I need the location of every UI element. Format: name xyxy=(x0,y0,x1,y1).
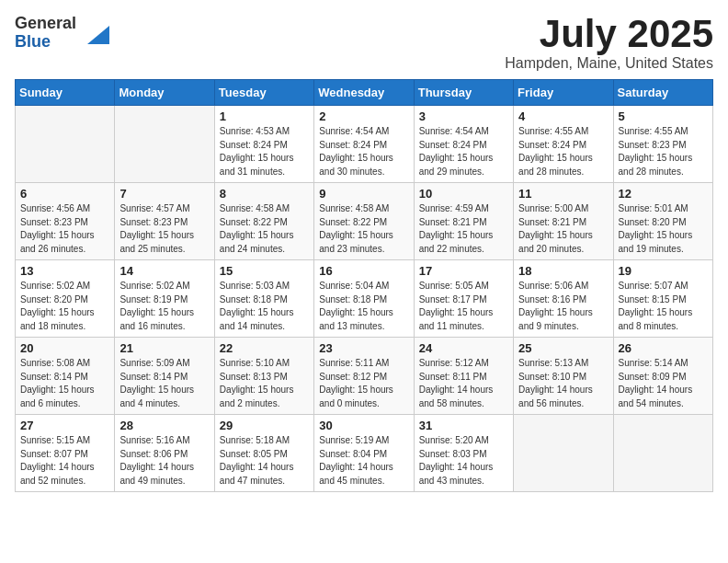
calendar-cell: 12Sunrise: 5:01 AM Sunset: 8:20 PM Dayli… xyxy=(613,183,712,260)
day-detail: Sunrise: 4:55 AM Sunset: 8:23 PM Dayligh… xyxy=(619,125,708,178)
day-detail: Sunrise: 4:56 AM Sunset: 8:23 PM Dayligh… xyxy=(20,202,109,256)
calendar-cell: 5Sunrise: 4:55 AM Sunset: 8:23 PM Daylig… xyxy=(613,106,712,183)
svg-marker-0 xyxy=(87,26,109,44)
day-number: 10 xyxy=(419,187,508,201)
calendar-cell: 14Sunrise: 5:02 AM Sunset: 8:19 PM Dayli… xyxy=(115,260,214,338)
page-header: General Blue July 2025 Hampden, Maine, U… xyxy=(15,15,713,72)
day-detail: Sunrise: 4:54 AM Sunset: 8:24 PM Dayligh… xyxy=(319,125,408,178)
day-number: 29 xyxy=(220,419,309,432)
calendar-cell: 19Sunrise: 5:07 AM Sunset: 8:15 PM Dayli… xyxy=(613,260,712,338)
day-detail: Sunrise: 4:53 AM Sunset: 8:24 PM Dayligh… xyxy=(220,125,309,178)
day-number: 9 xyxy=(319,187,408,201)
month-year-title: July 2025 xyxy=(505,15,713,53)
day-number: 13 xyxy=(20,264,109,278)
calendar-header-saturday: Saturday xyxy=(613,80,712,106)
day-detail: Sunrise: 5:18 AM Sunset: 8:05 PM Dayligh… xyxy=(220,434,309,488)
day-number: 5 xyxy=(619,109,708,123)
logo: General Blue xyxy=(15,15,109,52)
logo-blue-text: Blue xyxy=(15,33,76,52)
calendar-cell: 22Sunrise: 5:10 AM Sunset: 8:13 PM Dayli… xyxy=(214,338,313,415)
day-number: 26 xyxy=(619,341,708,355)
day-number: 15 xyxy=(220,264,309,278)
calendar-cell: 27Sunrise: 5:15 AM Sunset: 8:07 PM Dayli… xyxy=(16,415,115,492)
day-detail: Sunrise: 5:11 AM Sunset: 8:12 PM Dayligh… xyxy=(319,357,408,410)
day-number: 1 xyxy=(220,109,309,123)
calendar-cell: 10Sunrise: 4:59 AM Sunset: 8:21 PM Dayli… xyxy=(414,183,513,260)
day-detail: Sunrise: 5:01 AM Sunset: 8:20 PM Dayligh… xyxy=(619,202,708,256)
day-detail: Sunrise: 5:09 AM Sunset: 8:14 PM Dayligh… xyxy=(119,357,209,410)
day-number: 24 xyxy=(419,341,508,355)
calendar-header-monday: Monday xyxy=(115,80,214,106)
day-detail: Sunrise: 5:03 AM Sunset: 8:18 PM Dayligh… xyxy=(220,280,309,333)
calendar-cell: 28Sunrise: 5:16 AM Sunset: 8:06 PM Dayli… xyxy=(115,415,214,492)
day-number: 16 xyxy=(319,264,408,278)
day-detail: Sunrise: 5:20 AM Sunset: 8:03 PM Dayligh… xyxy=(419,434,508,488)
day-detail: Sunrise: 5:00 AM Sunset: 8:21 PM Dayligh… xyxy=(518,202,608,256)
calendar-week-row: 6Sunrise: 4:56 AM Sunset: 8:23 PM Daylig… xyxy=(16,183,713,260)
calendar-table: SundayMondayTuesdayWednesdayThursdayFrid… xyxy=(15,79,713,492)
calendar-cell: 6Sunrise: 4:56 AM Sunset: 8:23 PM Daylig… xyxy=(16,183,115,260)
calendar-cell: 16Sunrise: 5:04 AM Sunset: 8:18 PM Dayli… xyxy=(314,260,414,338)
calendar-header-row: SundayMondayTuesdayWednesdayThursdayFrid… xyxy=(16,80,713,106)
calendar-cell: 2Sunrise: 4:54 AM Sunset: 8:24 PM Daylig… xyxy=(314,106,414,183)
calendar-cell: 24Sunrise: 5:12 AM Sunset: 8:11 PM Dayli… xyxy=(414,338,513,415)
day-number: 4 xyxy=(518,109,608,123)
calendar-cell: 3Sunrise: 4:54 AM Sunset: 8:24 PM Daylig… xyxy=(414,106,513,183)
day-number: 2 xyxy=(319,109,408,123)
day-detail: Sunrise: 4:58 AM Sunset: 8:22 PM Dayligh… xyxy=(220,202,309,256)
calendar-week-row: 20Sunrise: 5:08 AM Sunset: 8:14 PM Dayli… xyxy=(16,338,713,415)
day-detail: Sunrise: 5:14 AM Sunset: 8:09 PM Dayligh… xyxy=(619,357,708,410)
calendar-cell xyxy=(613,415,712,492)
day-number: 21 xyxy=(119,341,209,355)
day-number: 30 xyxy=(319,419,408,432)
day-detail: Sunrise: 5:10 AM Sunset: 8:13 PM Dayligh… xyxy=(220,357,309,410)
calendar-cell: 25Sunrise: 5:13 AM Sunset: 8:10 PM Dayli… xyxy=(514,338,613,415)
day-number: 12 xyxy=(619,187,708,201)
day-number: 25 xyxy=(518,341,608,355)
day-detail: Sunrise: 5:13 AM Sunset: 8:10 PM Dayligh… xyxy=(518,357,608,410)
day-detail: Sunrise: 4:59 AM Sunset: 8:21 PM Dayligh… xyxy=(419,202,508,256)
calendar-cell: 17Sunrise: 5:05 AM Sunset: 8:17 PM Dayli… xyxy=(414,260,513,338)
calendar-cell: 31Sunrise: 5:20 AM Sunset: 8:03 PM Dayli… xyxy=(414,415,513,492)
day-number: 23 xyxy=(319,341,408,355)
calendar-week-row: 13Sunrise: 5:02 AM Sunset: 8:20 PM Dayli… xyxy=(16,260,713,338)
day-number: 6 xyxy=(20,187,109,201)
day-number: 14 xyxy=(119,264,209,278)
day-number: 22 xyxy=(220,341,309,355)
calendar-header-tuesday: Tuesday xyxy=(214,80,313,106)
calendar-cell: 4Sunrise: 4:55 AM Sunset: 8:24 PM Daylig… xyxy=(514,106,613,183)
day-number: 31 xyxy=(419,419,508,432)
day-number: 28 xyxy=(119,419,209,432)
calendar-header-sunday: Sunday xyxy=(16,80,115,106)
calendar-cell xyxy=(115,106,214,183)
calendar-cell: 20Sunrise: 5:08 AM Sunset: 8:14 PM Dayli… xyxy=(16,338,115,415)
calendar-cell: 11Sunrise: 5:00 AM Sunset: 8:21 PM Dayli… xyxy=(514,183,613,260)
day-detail: Sunrise: 5:16 AM Sunset: 8:06 PM Dayligh… xyxy=(119,434,209,488)
calendar-header-wednesday: Wednesday xyxy=(314,80,414,106)
logo-general-text: General xyxy=(15,15,76,33)
day-number: 18 xyxy=(518,264,608,278)
day-detail: Sunrise: 4:55 AM Sunset: 8:24 PM Dayligh… xyxy=(518,125,608,178)
calendar-cell: 15Sunrise: 5:03 AM Sunset: 8:18 PM Dayli… xyxy=(214,260,313,338)
day-number: 20 xyxy=(20,341,109,355)
day-detail: Sunrise: 5:19 AM Sunset: 8:04 PM Dayligh… xyxy=(319,434,408,488)
calendar-header-thursday: Thursday xyxy=(414,80,513,106)
day-number: 27 xyxy=(20,419,109,432)
calendar-cell: 18Sunrise: 5:06 AM Sunset: 8:16 PM Dayli… xyxy=(514,260,613,338)
day-detail: Sunrise: 5:06 AM Sunset: 8:16 PM Dayligh… xyxy=(518,280,608,333)
day-detail: Sunrise: 5:02 AM Sunset: 8:20 PM Dayligh… xyxy=(20,280,109,333)
day-detail: Sunrise: 4:57 AM Sunset: 8:23 PM Dayligh… xyxy=(119,202,209,256)
calendar-cell: 23Sunrise: 5:11 AM Sunset: 8:12 PM Dayli… xyxy=(314,338,414,415)
day-detail: Sunrise: 5:15 AM Sunset: 8:07 PM Dayligh… xyxy=(20,434,109,488)
calendar-cell: 8Sunrise: 4:58 AM Sunset: 8:22 PM Daylig… xyxy=(214,183,313,260)
day-detail: Sunrise: 5:12 AM Sunset: 8:11 PM Dayligh… xyxy=(419,357,508,410)
calendar-cell: 1Sunrise: 4:53 AM Sunset: 8:24 PM Daylig… xyxy=(214,106,313,183)
location-subtitle: Hampden, Maine, United States xyxy=(505,55,713,72)
calendar-cell: 26Sunrise: 5:14 AM Sunset: 8:09 PM Dayli… xyxy=(613,338,712,415)
calendar-week-row: 27Sunrise: 5:15 AM Sunset: 8:07 PM Dayli… xyxy=(16,415,713,492)
day-detail: Sunrise: 5:05 AM Sunset: 8:17 PM Dayligh… xyxy=(419,280,508,333)
day-detail: Sunrise: 5:02 AM Sunset: 8:19 PM Dayligh… xyxy=(119,280,209,333)
calendar-cell: 9Sunrise: 4:58 AM Sunset: 8:22 PM Daylig… xyxy=(314,183,414,260)
day-number: 7 xyxy=(119,187,209,201)
day-number: 3 xyxy=(419,109,508,123)
